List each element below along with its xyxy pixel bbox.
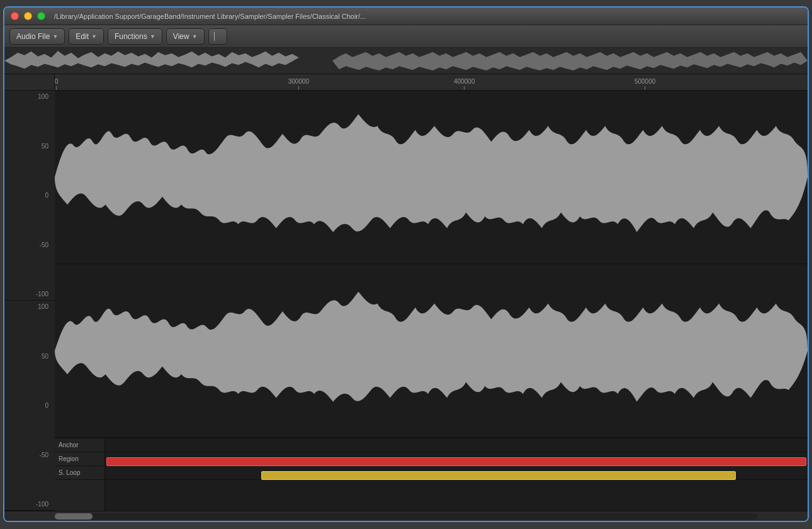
window-title: /Library/Application Support/GarageBand/… <box>54 13 366 20</box>
extra-label-col <box>55 480 105 511</box>
ruler-mark-300000: 300000 <box>288 78 309 90</box>
extra-content-col <box>105 480 808 511</box>
ruler-content: 0 300000 400000 500000 <box>55 74 808 90</box>
sloop-label: S. Loop <box>55 466 105 479</box>
title-bar: /Library/Application Support/GarageBand/… <box>4 8 808 25</box>
close-button[interactable] <box>11 12 19 20</box>
edit-arrow: ▼ <box>91 33 97 40</box>
y-axis-channel1: 100 50 0 -50 -100 <box>4 91 55 301</box>
y-label-50-top: 50 <box>7 143 52 150</box>
audio-file-arrow: ▼ <box>52 33 58 40</box>
anchor-row: Anchor <box>55 438 808 452</box>
y-label-100-bot: 100 <box>7 303 52 310</box>
y-axis: 100 50 0 -50 -100 100 50 0 -50 -100 <box>4 91 55 511</box>
y-axis-channel2: 100 50 0 -50 -100 <box>4 301 55 511</box>
channel1-waveform[interactable] <box>55 91 808 264</box>
scrollbar-row <box>4 511 808 521</box>
anchor-content <box>105 438 808 452</box>
y-label-0-bot: 0 <box>7 402 52 409</box>
sloop-bar[interactable] <box>261 471 736 480</box>
bottom-bars: Anchor Region S. Loop <box>55 438 808 479</box>
channel2-waveform[interactable] <box>55 264 808 438</box>
y-label-0-top: 0 <box>7 192 52 199</box>
functions-menu[interactable]: Functions ▼ <box>108 28 162 45</box>
waveform-canvas-area: Anchor Region S. Loop <box>55 91 808 511</box>
overview-waveform-svg: // Generated inline via path <box>4 48 808 74</box>
waveform-area[interactable]: 100 50 0 -50 -100 100 50 0 -50 -100 <box>4 91 808 511</box>
main-window: /Library/Application Support/GarageBand/… <box>3 6 809 522</box>
y-label-neg100-top: -100 <box>7 291 52 298</box>
overview-waveform-bar[interactable]: // Generated inline via path <box>4 48 808 74</box>
edit-menu[interactable]: Edit ▼ <box>69 28 104 45</box>
playhead-icon: ⎸ <box>214 31 222 42</box>
scrollbar-thumb[interactable] <box>55 513 93 520</box>
region-label: Region <box>55 452 105 465</box>
channel1-svg <box>55 91 808 264</box>
sloop-row[interactable]: S. Loop <box>55 465 808 479</box>
ruler: 0 300000 400000 500000 <box>4 74 808 91</box>
playhead-button[interactable]: ⎸ <box>208 28 227 45</box>
region-row[interactable]: Region <box>55 452 808 465</box>
sloop-content[interactable] <box>105 466 808 479</box>
channel2-svg <box>55 264 808 437</box>
region-content[interactable] <box>105 452 808 465</box>
y-label-neg50-bot: -50 <box>7 452 52 459</box>
anchor-label: Anchor <box>55 438 105 452</box>
y-label-100-top: 100 <box>7 93 52 100</box>
y-label-neg50-top: -50 <box>7 242 52 248</box>
scrollbar-track[interactable] <box>55 513 757 520</box>
toolbar: Audio File ▼ Edit ▼ Functions ▼ View ▼ ⎸ <box>4 25 808 48</box>
functions-arrow: ▼ <box>150 33 155 40</box>
view-arrow: ▼ <box>192 33 198 40</box>
ruler-mark-0: 0 <box>55 78 59 90</box>
region-bar[interactable] <box>106 457 806 466</box>
view-menu[interactable]: View ▼ <box>166 28 205 45</box>
maximize-button[interactable] <box>37 12 45 20</box>
ruler-mark-400000: 400000 <box>454 78 475 90</box>
extra-row <box>55 479 808 511</box>
y-label-neg100-bot: -100 <box>7 501 52 508</box>
ruler-mark-500000: 500000 <box>634 78 655 90</box>
audio-file-menu[interactable]: Audio File ▼ <box>9 28 65 45</box>
minimize-button[interactable] <box>24 12 32 20</box>
y-label-50-bot: 50 <box>7 353 52 360</box>
